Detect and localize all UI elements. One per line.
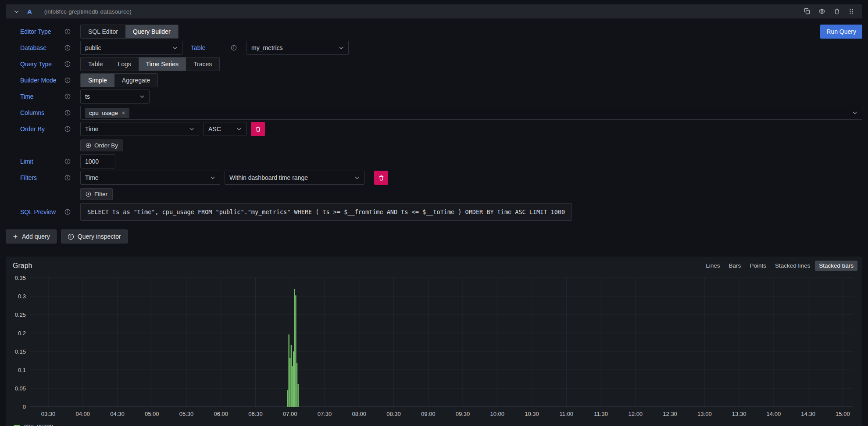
query-type-time-series-button[interactable]: Time Series [139, 57, 186, 71]
display-mode-lines[interactable]: Lines [702, 261, 724, 271]
display-mode-points[interactable]: Points [746, 261, 770, 271]
editor-type-sql-editor-button[interactable]: SQL Editor [81, 25, 125, 38]
legend-label: cpu_usage [24, 422, 53, 426]
filter-field-select[interactable]: Time [80, 171, 220, 185]
svg-text:0.1: 0.1 [18, 367, 26, 373]
query-row-header[interactable]: A (info8fcc-greptimedb-datasource) [6, 4, 862, 18]
trash-icon [255, 126, 261, 132]
chevron-down-icon [210, 175, 215, 180]
info-icon[interactable] [64, 45, 71, 51]
order-by-row: Order By Time ASC [20, 122, 862, 136]
plus-circle-icon [86, 143, 91, 148]
order-by-direction-select[interactable]: ASC [204, 122, 246, 136]
delete-query-icon[interactable] [831, 7, 843, 16]
svg-text:05:00: 05:00 [145, 411, 159, 417]
remove-order-by-button[interactable] [251, 122, 265, 136]
info-icon[interactable] [231, 45, 237, 51]
editor-type-label: Editor Type [20, 28, 76, 35]
svg-text:04:00: 04:00 [75, 411, 90, 417]
query-inspector-button[interactable]: Query inspector [61, 229, 128, 243]
datasource-name: (info8fcc-greptimedb-datasource) [44, 8, 132, 15]
limit-label-text: Limit [20, 158, 33, 165]
database-select[interactable]: public [80, 41, 182, 55]
columns-label: Columns [20, 109, 76, 116]
svg-text:03:30: 03:30 [41, 411, 56, 417]
info-icon[interactable] [64, 126, 71, 132]
remove-tag-icon[interactable] [121, 111, 125, 115]
limit-input[interactable] [80, 154, 115, 168]
add-filter-label: Filter [94, 191, 107, 197]
info-icon[interactable] [64, 158, 71, 165]
info-icon[interactable] [64, 209, 71, 215]
svg-text:06:30: 06:30 [248, 411, 263, 417]
column-tag-cpu-usage[interactable]: cpu_usage [85, 108, 129, 118]
query-type-table-button[interactable]: Table [81, 57, 110, 71]
sql-preview-code: SELECT ts as "time", cpu_usage FROM "pub… [80, 203, 572, 221]
legend-item-cpu-usage[interactable]: cpu_usage [6, 421, 862, 426]
columns-multiselect[interactable]: cpu_usage [80, 106, 862, 120]
limit-label: Limit [20, 158, 76, 165]
svg-text:0.05: 0.05 [15, 385, 26, 392]
query-type-traces-button[interactable]: Traces [186, 57, 219, 71]
chevron-down-icon [852, 110, 857, 115]
svg-text:09:00: 09:00 [421, 411, 436, 417]
collapse-chevron-icon[interactable] [11, 8, 22, 15]
add-query-button[interactable]: Add query [6, 229, 57, 243]
add-order-by-button[interactable]: Order By [80, 140, 123, 151]
query-editor-body: Editor Type SQL Editor Query Builder Run… [6, 18, 862, 221]
svg-text:11:30: 11:30 [594, 411, 608, 417]
svg-text:13:00: 13:00 [697, 411, 712, 417]
info-icon[interactable] [64, 61, 71, 67]
order-by-direction-value: ASC [208, 125, 221, 132]
drag-handle-icon[interactable] [846, 7, 857, 16]
display-mode-stacked-bars[interactable]: Stacked bars [815, 261, 857, 271]
time-label: Time [20, 93, 76, 100]
svg-text:10:30: 10:30 [525, 411, 539, 417]
table-label-text: Table [191, 44, 205, 51]
time-series-chart[interactable]: 00.050.10.150.20.250.30.3503:3004:0004:3… [10, 273, 858, 421]
svg-text:11:00: 11:00 [560, 411, 574, 417]
display-mode-stacked-lines[interactable]: Stacked lines [771, 261, 814, 271]
time-row: Time ts [20, 89, 862, 104]
remove-filter-button[interactable] [374, 171, 388, 185]
editor-type-query-builder-button[interactable]: Query Builder [125, 25, 178, 38]
filter-field-value: Time [85, 174, 99, 181]
info-icon[interactable] [64, 110, 71, 116]
info-icon[interactable] [64, 175, 71, 181]
sql-preview-label: SQL Preview [20, 208, 76, 215]
builder-mode-simple-button[interactable]: Simple [81, 74, 114, 87]
info-icon[interactable] [64, 93, 71, 100]
chevron-down-icon [189, 126, 194, 132]
query-type-logs-button[interactable]: Logs [110, 57, 138, 71]
order-by-label-text: Order By [20, 125, 45, 132]
table-select[interactable]: my_metrics [246, 41, 349, 55]
column-tag-label: cpu_usage [89, 110, 118, 116]
order-by-field-select[interactable]: Time [80, 122, 199, 136]
time-label-text: Time [20, 93, 34, 100]
add-filter-row: Filter [20, 187, 862, 201]
query-ref-id[interactable]: A [27, 8, 32, 15]
svg-text:0.3: 0.3 [18, 293, 26, 300]
plus-circle-icon [86, 191, 91, 197]
info-icon[interactable] [64, 29, 71, 35]
builder-mode-row: Builder Mode Simple Aggregate [20, 73, 862, 87]
add-filter-button[interactable]: Filter [80, 188, 113, 200]
svg-text:08:00: 08:00 [352, 411, 367, 417]
time-field-select[interactable]: ts [80, 89, 150, 104]
info-icon[interactable] [64, 77, 71, 83]
chevron-down-icon [172, 45, 178, 50]
table-select-value: my_metrics [251, 44, 283, 51]
filter-condition-value: Within dashboard time range [229, 174, 308, 181]
builder-mode-label: Builder Mode [20, 77, 76, 84]
hide-query-icon[interactable] [816, 7, 828, 16]
trash-icon [378, 175, 385, 181]
run-query-button[interactable]: Run Query [820, 25, 862, 39]
info-circle-icon [68, 233, 74, 240]
duplicate-query-icon[interactable] [801, 7, 813, 16]
display-mode-bars[interactable]: Bars [725, 261, 745, 271]
svg-text:0.2: 0.2 [18, 330, 26, 337]
svg-text:07:30: 07:30 [318, 411, 332, 417]
builder-mode-aggregate-button[interactable]: Aggregate [114, 74, 158, 87]
filter-condition-select[interactable]: Within dashboard time range [225, 171, 364, 185]
order-by-label: Order By [20, 125, 76, 132]
